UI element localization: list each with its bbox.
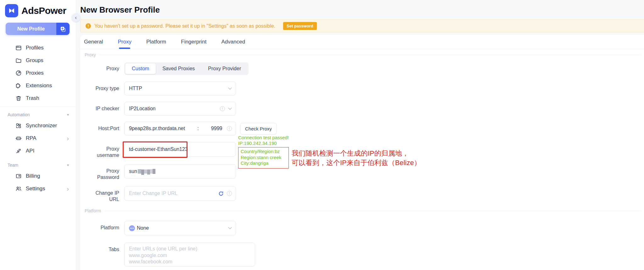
team-members-icon: [15, 186, 22, 192]
sidebar-item-rpa[interactable]: RPA: [0, 132, 76, 145]
chevron-down-icon: [228, 107, 232, 110]
tabs-urls-textarea[interactable]: [125, 243, 255, 266]
section-divider-proxy: Proxy: [85, 52, 641, 58]
sidebar-item-settings[interactable]: Settings: [0, 182, 76, 195]
chevron-down-icon: [228, 227, 232, 229]
change-ip-url-input[interactable]: [124, 186, 236, 201]
field-label: Host:Port: [85, 122, 119, 135]
platform-select[interactable]: None: [124, 221, 236, 235]
sidebar-item-api[interactable]: API: [0, 145, 76, 157]
sidebar-item-label: Billing: [26, 173, 40, 179]
section-divider-platform: Platform: [85, 208, 641, 214]
segment-proxy-provider[interactable]: Proxy Provider: [201, 63, 248, 74]
refresh-icon[interactable]: [218, 191, 224, 196]
segment-saved-proxies[interactable]: Saved Proxies: [156, 63, 201, 74]
selected-value: None: [137, 225, 228, 231]
quick-create-icon[interactable]: [56, 23, 70, 35]
tab-general[interactable]: General: [84, 35, 103, 49]
port-value[interactable]: 9999: [211, 126, 227, 131]
sidebar-section-automation[interactable]: Automation: [0, 110, 76, 119]
warning-icon: [86, 23, 91, 29]
sidebar-divider: [0, 106, 76, 107]
new-profile-label[interactable]: New Profile: [6, 23, 56, 35]
warning-message: You haven't set up a password. Please se…: [94, 23, 275, 29]
change-ip-url-value[interactable]: [129, 191, 218, 196]
info-icon[interactable]: [227, 126, 232, 131]
sidebar-item-profiles[interactable]: Profiles: [0, 42, 76, 54]
section-label: Proxy: [85, 52, 96, 57]
field-label: Proxy Password: [85, 164, 119, 181]
change-ip-url-row: Change IP URL: [85, 186, 644, 203]
proxy-type-row: Proxy type HTTP: [85, 82, 644, 95]
trash-icon: [15, 95, 22, 101]
check-proxy-button[interactable]: Check Proxy: [240, 123, 277, 135]
brand-logo: AdsPower: [0, 0, 76, 18]
sidebar-item-label: Extensions: [26, 83, 52, 89]
info-icon[interactable]: [220, 106, 225, 111]
section-label: Team: [8, 163, 18, 168]
sidebar-item-trash[interactable]: Trash: [0, 92, 76, 105]
caret-down-icon: [67, 163, 69, 167]
proxy-password-input[interactable]: sun: [124, 164, 236, 179]
sidebar-item-groups[interactable]: Groups: [0, 54, 76, 67]
sidebar-item-label: Synchronizer: [26, 123, 57, 129]
annotation-line-1: 我们随机检测一个生成的IP的归属地，: [292, 149, 421, 158]
sidebar-item-label: Trash: [26, 95, 39, 101]
sidebar-item-synchronizer[interactable]: Synchronizer: [0, 119, 76, 132]
info-icon[interactable]: [227, 191, 232, 196]
host-port-row: Host:Port 9peap28s.pr.thordata.net : 999…: [85, 122, 644, 135]
host-port-input[interactable]: 9peap28s.pr.thordata.net : 9999: [124, 122, 236, 135]
annotation-line-2: 可以看到，这个IP来自于伯利兹（Belize）: [292, 158, 421, 168]
sidebar-item-label: Groups: [26, 57, 43, 64]
tab-advanced[interactable]: Advanced: [221, 35, 245, 49]
ip-checker-row: IP checker IP2Location: [85, 102, 644, 116]
sidebar-section-team[interactable]: Team: [0, 160, 76, 170]
annotation-text: 我们随机检测一个生成的IP的归属地， 可以看到，这个IP来自于伯利兹（Beliz…: [292, 149, 421, 168]
field-label: IP checker: [85, 102, 119, 116]
tab-fingerprint[interactable]: Fingerprint: [181, 35, 206, 49]
browser-window-icon: [15, 45, 22, 51]
sidebar-item-label: Proxies: [26, 70, 44, 76]
synchronizer-grid-icon: [15, 123, 22, 129]
chevron-down-icon: [228, 87, 232, 90]
new-profile-button[interactable]: New Profile: [6, 23, 70, 35]
selected-value: IP2Location: [129, 106, 220, 112]
host-port-separator: :: [185, 126, 211, 131]
sidebar-item-proxies[interactable]: Proxies: [0, 67, 76, 79]
sidebar: AdsPower New Profile Profiles Groups: [0, 0, 76, 270]
sidebar-collapse-button[interactable]: [72, 14, 80, 22]
caret-down-icon: [67, 112, 69, 117]
sidebar-nav: Profiles Groups Proxies Extensions: [0, 42, 76, 195]
check-ip: IP:190.242.34.190: [238, 141, 289, 146]
tabs-urls-field: [124, 243, 255, 267]
check-city: City:dangriga: [241, 160, 286, 166]
password-blur-redaction: [138, 168, 155, 175]
tab-proxy[interactable]: Proxy: [118, 35, 131, 49]
tabs-field-row: Tabs: [85, 243, 644, 267]
check-status: Connection test passed!: [238, 135, 289, 141]
globe-pin-icon: [15, 70, 22, 76]
tab-platform[interactable]: Platform: [146, 35, 166, 49]
ip-checker-select[interactable]: IP2Location: [124, 102, 236, 116]
sidebar-item-extensions[interactable]: Extensions: [0, 79, 76, 92]
proxy-check-result: Connection test passed! IP:190.242.34.19…: [238, 135, 289, 169]
proxy-source-segmented: Custom Saved Proxies Proxy Provider: [124, 62, 249, 75]
field-label: Change IP URL: [85, 186, 119, 203]
proxy-username-input[interactable]: [124, 142, 236, 157]
proxy-type-select[interactable]: HTTP: [124, 82, 236, 95]
sidebar-item-label: Settings: [26, 186, 45, 192]
platform-none-icon: [129, 225, 135, 231]
segment-custom[interactable]: Custom: [125, 63, 156, 74]
field-label: Proxy type: [85, 82, 119, 95]
chevron-right-icon: [67, 135, 69, 141]
robot-icon: [15, 135, 22, 141]
sidebar-item-label: API: [26, 148, 34, 154]
password-warning-banner: You haven't set up a password. Please se…: [80, 20, 644, 32]
proxy-username-value[interactable]: [129, 146, 232, 152]
folder-icon: [15, 57, 22, 64]
plug-icon: [15, 148, 22, 154]
sidebar-item-label: RPA: [26, 135, 36, 141]
sidebar-item-billing[interactable]: Billing: [0, 170, 76, 182]
host-value[interactable]: 9peap28s.pr.thordata.net: [129, 126, 185, 131]
set-password-button[interactable]: Set password: [283, 22, 317, 30]
